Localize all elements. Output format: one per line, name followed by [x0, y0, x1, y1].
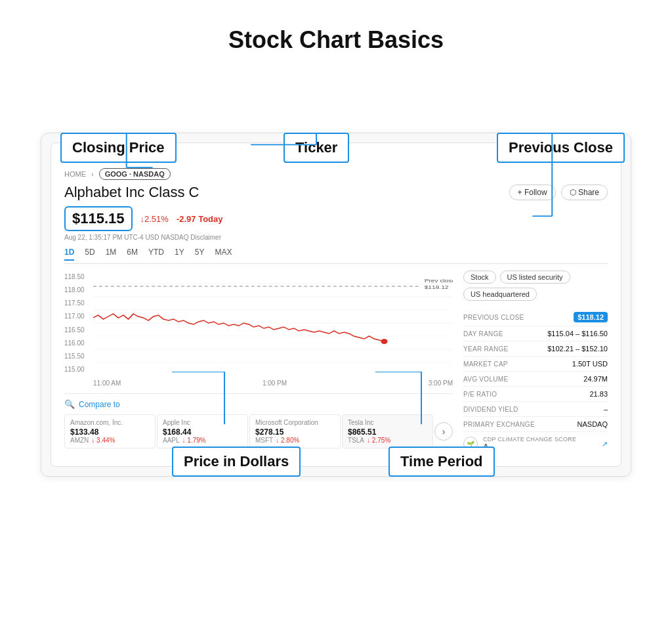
- chart-left: 118.50 118.00 117.50 117.00 116.50 116.0…: [64, 271, 453, 456]
- current-price: $115.15: [64, 206, 133, 231]
- y-label-8: 115.00: [64, 366, 91, 373]
- msft-price: $278.15: [255, 427, 335, 437]
- y-label-7: 115.50: [64, 353, 91, 360]
- tab-6m[interactable]: 6M: [127, 248, 138, 261]
- breadcrumb-home: HOME: [64, 170, 86, 178]
- tab-1y[interactable]: 1Y: [175, 248, 184, 261]
- stats-row-year-range: YEAR RANGE $102.21 – $152.10: [463, 341, 608, 357]
- stats-row-exchange: PRIMARY EXCHANGE NASDAQ: [463, 417, 608, 432]
- cdp-label: CDP CLIMATE CHANGE SCORE: [483, 436, 576, 443]
- stat-label-year-range: YEAR RANGE: [463, 345, 509, 353]
- amzn-name: Amazon.com, Inc.: [70, 419, 150, 426]
- price-row: $115.15 ↓2.51% -2.97 Today: [64, 206, 608, 231]
- tsla-price: $865.51: [348, 427, 427, 437]
- msft-change: ↓ 2.80%: [276, 437, 299, 444]
- stat-value-pe-ratio: 21.83: [589, 390, 608, 398]
- cdp-link[interactable]: ↗: [602, 440, 608, 448]
- stats-row-avg-volume: AVG VOLUME 24.97M: [463, 372, 608, 387]
- tab-ytd[interactable]: YTD: [148, 248, 164, 261]
- follow-button[interactable]: + Follow: [509, 185, 556, 200]
- stock-header: Alphabet Inc Class C + Follow ⬡ Share: [64, 184, 608, 201]
- tsla-name: Tesla Inc: [348, 419, 427, 426]
- tab-max[interactable]: MAX: [215, 248, 232, 261]
- label-previous-close: Previous Close: [497, 133, 625, 163]
- tab-1m[interactable]: 1M: [106, 248, 117, 261]
- tags: Stock US listed security US headquartere…: [463, 271, 608, 301]
- stats-row-day-range: DAY RANGE $115.04 – $116.50: [463, 326, 608, 341]
- header-buttons: + Follow ⬡ Share: [509, 185, 608, 200]
- stats-table: PREVIOUS CLOSE $118.12 DAY RANGE $115.04…: [463, 309, 608, 432]
- amzn-price: $133.48: [70, 427, 150, 437]
- stat-value-dividend: –: [604, 405, 608, 413]
- svg-text:Prev close: Prev close: [425, 278, 453, 284]
- stat-label-dividend: DIVIDEND YIELD: [463, 406, 518, 413]
- share-button[interactable]: ⬡ Share: [561, 185, 608, 200]
- label-closing-price: Closing Price: [60, 133, 177, 163]
- compare-next-button[interactable]: ›: [434, 422, 453, 441]
- y-label-1: 118.50: [64, 273, 91, 280]
- stat-value-prev-close: $118.12: [574, 312, 608, 322]
- compare-stocks: Amazon.com, Inc. $133.48 AMZN ↓ 3.44% Ap…: [64, 414, 453, 448]
- price-change-abs: -2.97 Today: [177, 214, 223, 224]
- label-time-period: Time Period: [388, 447, 495, 477]
- tag-us-hq: US headquartered: [463, 288, 537, 301]
- price-meta: Aug 22, 1:35:17 PM UTC-4 USD NASDAQ Disc…: [64, 234, 608, 241]
- tab-5d[interactable]: 5D: [85, 248, 94, 261]
- chart-right: Stock US listed security US headquartere…: [463, 271, 608, 456]
- tsla-ticker: TSLA: [348, 437, 364, 444]
- compare-section: 🔍 Compare to Amazon.com, Inc. $133.48 AM…: [64, 393, 453, 448]
- compare-label[interactable]: 🔍 Compare to: [64, 399, 453, 409]
- msft-name: Microsoft Corporation: [255, 419, 335, 426]
- x-label-100: 1:00 PM: [262, 380, 287, 387]
- msft-ticker: MSFT: [255, 437, 273, 444]
- stock-item-amzn[interactable]: Amazon.com, Inc. $133.48 AMZN ↓ 3.44%: [64, 414, 156, 448]
- stats-row-dividend: DIVIDEND YIELD –: [463, 402, 608, 417]
- cdp-info: CDP CLIMATE CHANGE SCORE A-: [483, 436, 576, 452]
- x-label-1100: 11:00 AM: [93, 380, 121, 387]
- compare-label-text: Compare to: [79, 400, 120, 409]
- tag-us-listed: US listed security: [500, 271, 570, 284]
- stock-item-msft[interactable]: Microsoft Corporation $278.15 MSFT ↓ 2.8…: [249, 414, 341, 448]
- label-ticker: Ticker: [284, 133, 349, 163]
- chart-area: 118.50 118.00 117.50 117.00 116.50 116.0…: [64, 271, 608, 456]
- breadcrumb: HOME › GOOG · NASDAQ: [64, 168, 608, 180]
- y-label-6: 116.00: [64, 339, 91, 347]
- stat-label-exchange: PRIMARY EXCHANGE: [463, 421, 535, 428]
- x-label-300: 3:00 PM: [429, 380, 453, 387]
- y-label-3: 117.50: [64, 299, 91, 307]
- y-label-5: 116.50: [64, 326, 91, 334]
- tab-1d[interactable]: 1D: [64, 248, 74, 261]
- stat-value-year-range: $102.21 – $152.10: [547, 345, 608, 353]
- time-tabs: 1D 5D 1M 6M YTD 1Y 5Y MAX: [64, 248, 608, 264]
- amzn-ticker: AMZN: [70, 437, 89, 444]
- cdp-score: A-: [483, 443, 576, 452]
- aapl-price: $168.44: [163, 427, 242, 437]
- tag-stock: Stock: [463, 271, 496, 284]
- stats-row-prev-close: PREVIOUS CLOSE $118.12: [463, 309, 608, 326]
- stock-item-tsla[interactable]: Tesla Inc $865.51 TSLA ↓ 2.75%: [342, 414, 433, 448]
- stat-label-prev-close: PREVIOUS CLOSE: [463, 314, 524, 321]
- stock-card: HOME › GOOG · NASDAQ Alphabet Inc Class …: [41, 133, 631, 477]
- ticker-badge[interactable]: GOOG · NASDAQ: [99, 168, 171, 180]
- y-label-2: 118.00: [64, 286, 91, 294]
- page-title: Stock Chart Basics: [0, 0, 672, 74]
- svg-text:$118.12: $118.12: [425, 284, 449, 290]
- stat-value-market-cap: 1.50T USD: [572, 360, 608, 368]
- stock-chart-svg: Prev close $118.12: [93, 271, 453, 376]
- stat-value-exchange: NASDAQ: [578, 420, 608, 428]
- aapl-ticker: AAPL: [163, 437, 180, 444]
- stat-value-day-range: $115.04 – $116.50: [547, 330, 608, 338]
- label-price-in-dollars: Price in Dollars: [172, 447, 301, 477]
- price-change-pct: ↓2.51%: [140, 214, 169, 224]
- stat-label-day-range: DAY RANGE: [463, 330, 503, 338]
- amzn-change: ↓ 3.44%: [91, 437, 115, 444]
- stat-label-pe-ratio: P/E RATIO: [463, 391, 497, 398]
- tab-5y[interactable]: 5Y: [195, 248, 205, 261]
- stat-value-avg-volume: 24.97M: [583, 375, 608, 383]
- stat-label-market-cap: MARKET CAP: [463, 360, 508, 368]
- breadcrumb-sep: ›: [91, 170, 94, 178]
- tsla-change: ↓ 2.75%: [367, 437, 390, 444]
- y-label-4: 117.00: [64, 313, 91, 320]
- stock-company-name: Alphabet Inc Class C: [64, 184, 199, 201]
- stock-item-aapl[interactable]: Apple Inc $168.44 AAPL ↓ 1.79%: [157, 414, 248, 448]
